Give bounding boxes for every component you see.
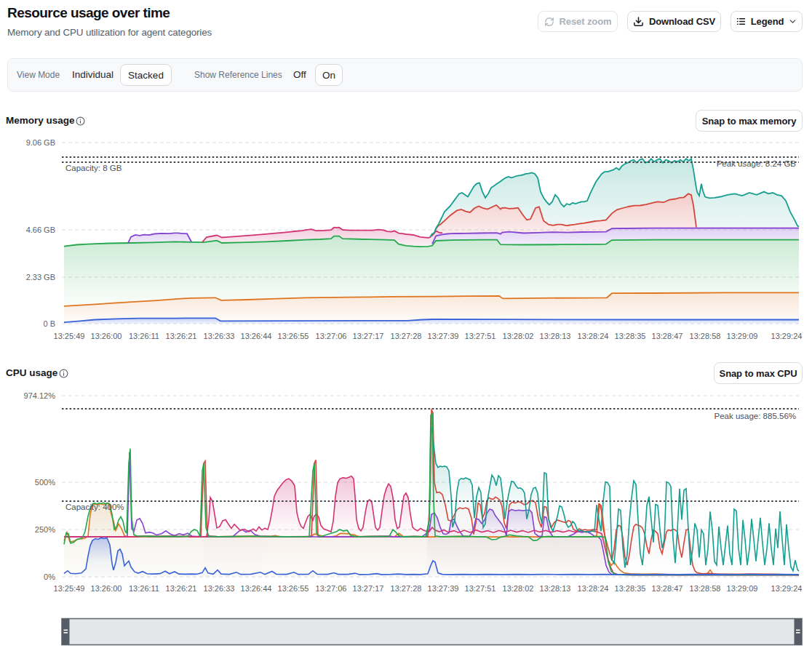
svg-text:250%: 250% (35, 525, 55, 534)
svg-text:Peak usage: 8.24 GB: Peak usage: 8.24 GB (717, 159, 797, 168)
svg-text:500%: 500% (35, 478, 55, 487)
svg-text:13:28:35: 13:28:35 (615, 584, 646, 593)
svg-text:13:28:13: 13:28:13 (540, 332, 571, 340)
svg-text:13:26:21: 13:26:21 (166, 584, 197, 593)
svg-text:Peak usage: 885.56%: Peak usage: 885.56% (714, 412, 796, 420)
svg-text:Capacity: 8 GB: Capacity: 8 GB (65, 164, 122, 172)
svg-text:9.06 GB: 9.06 GB (26, 138, 55, 147)
svg-text:13:26:33: 13:26:33 (204, 584, 235, 593)
svg-text:13:27:39: 13:27:39 (428, 332, 459, 340)
svg-text:13:28:02: 13:28:02 (503, 584, 534, 593)
svg-text:13:28:24: 13:28:24 (578, 584, 609, 593)
svg-text:13:27:17: 13:27:17 (353, 584, 384, 593)
svg-text:13:27:17: 13:27:17 (353, 332, 384, 340)
svg-text:974.12%: 974.12% (24, 391, 56, 400)
svg-text:13:27:06: 13:27:06 (316, 332, 347, 340)
svg-text:13:27:51: 13:27:51 (465, 584, 496, 593)
svg-text:13:27:39: 13:27:39 (428, 584, 459, 593)
svg-text:13:26:11: 13:26:11 (129, 332, 159, 340)
svg-text:13:29:09: 13:29:09 (727, 332, 758, 340)
svg-text:13:27:51: 13:27:51 (465, 332, 496, 340)
svg-text:4.66 GB: 4.66 GB (26, 225, 55, 234)
svg-text:13:26:33: 13:26:33 (204, 332, 235, 340)
svg-text:13:28:58: 13:28:58 (690, 584, 721, 593)
svg-text:13:26:44: 13:26:44 (241, 332, 272, 340)
svg-text:13:28:47: 13:28:47 (652, 332, 683, 340)
svg-text:13:29:24: 13:29:24 (771, 584, 803, 593)
svg-text:13:28:58: 13:28:58 (690, 332, 721, 340)
svg-text:0 B: 0 B (43, 319, 55, 328)
svg-text:13:29:09: 13:29:09 (727, 584, 758, 593)
svg-text:13:26:44: 13:26:44 (241, 584, 272, 593)
svg-text:13:27:06: 13:27:06 (316, 584, 347, 593)
svg-text:13:28:02: 13:28:02 (503, 332, 534, 340)
svg-text:13:27:28: 13:27:28 (391, 584, 422, 593)
svg-text:13:28:35: 13:28:35 (615, 332, 646, 340)
svg-text:13:26:00: 13:26:00 (91, 584, 122, 593)
svg-text:13:28:47: 13:28:47 (652, 584, 683, 593)
svg-text:13:26:55: 13:26:55 (278, 332, 309, 340)
svg-text:13:28:13: 13:28:13 (540, 584, 571, 593)
svg-text:13:27:28: 13:27:28 (391, 332, 422, 340)
svg-text:13:25:49: 13:25:49 (54, 332, 85, 340)
svg-text:13:26:21: 13:26:21 (166, 332, 197, 340)
svg-text:13:26:11: 13:26:11 (129, 584, 159, 593)
svg-text:2.33 GB: 2.33 GB (26, 273, 55, 281)
svg-text:13:25:49: 13:25:49 (54, 584, 85, 593)
svg-text:13:28:24: 13:28:24 (578, 332, 609, 340)
svg-text:Capacity: 400%: Capacity: 400% (65, 503, 124, 511)
svg-text:13:29:24: 13:29:24 (771, 332, 803, 340)
svg-text:13:26:55: 13:26:55 (278, 584, 309, 593)
svg-text:0%: 0% (44, 572, 55, 581)
svg-text:13:26:00: 13:26:00 (91, 332, 122, 340)
